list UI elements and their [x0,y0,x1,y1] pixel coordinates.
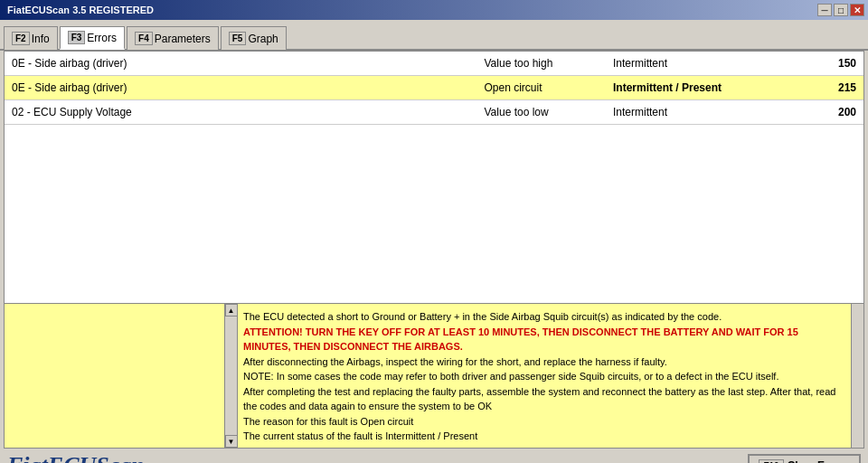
tab-parameters-label: Parameters [155,33,211,45]
error-description: 0E - Side airbag (driver) [5,52,477,76]
tab-f5-key: F5 [229,32,247,45]
window-controls: ─ □ ✕ [817,4,864,16]
right-scrollbar[interactable] [851,304,863,448]
tab-errors[interactable]: F3 Errors [60,26,125,50]
tab-errors-label: Errors [87,32,117,44]
title-bar: FiatECUScan 3.5 REGISTERED ─ □ ✕ [0,0,868,20]
error-list[interactable]: 0E - Side airbag (driver)Value too highI… [4,51,864,304]
error-status: Value too low [477,100,607,125]
clear-errors-button[interactable]: F10 Clear Errors [748,454,861,464]
info-text: The ECU detected a short to Ground or Ba… [238,304,863,448]
error-type: Intermittent [606,100,778,125]
error-status: Open circuit [477,76,607,100]
tab-bar: F2 Info F3 Errors F4 Parameters F5 Graph [0,20,868,51]
tab-graph-label: Graph [248,33,278,45]
error-description: 0E - Side airbag (driver) [5,76,477,100]
error-value: 150 [778,52,863,76]
tab-parameters[interactable]: F4 Parameters [127,26,219,50]
brand-logo: FiatECUScan [7,452,145,463]
tab-info-label: Info [32,33,50,45]
info-line: The ECU detected a short to Ground or Ba… [243,309,845,325]
table-row[interactable]: 0E - Side airbag (driver)Open circuitInt… [5,76,863,100]
left-scrollbar[interactable]: ▲ ▼ [224,304,237,448]
tab-graph[interactable]: F5 Graph [221,26,287,50]
info-line: The current status of the fault is Inter… [243,429,845,444]
clear-errors-label: Clear Errors [788,459,850,463]
info-line: The reason for this fault is Open circui… [243,414,845,430]
info-line: After completing the test and replacing … [243,384,845,414]
close-button[interactable]: ✕ [850,4,864,16]
bottom-area: ▲ ▼ The ECU detected a short to Ground o… [4,304,864,449]
info-panel: The ECU detected a short to Ground or Ba… [238,304,863,448]
restore-button[interactable]: □ [834,4,848,16]
error-description: 02 - ECU Supply Voltage [5,100,477,125]
scroll-up[interactable]: ▲ [225,304,238,317]
clear-key-badge: F10 [759,459,783,464]
error-status: Value too high [477,52,607,76]
left-panel: ▲ ▼ [5,304,238,448]
info-line: The error counter value is 215 [243,444,845,449]
info-line: ATTENTION! TURN THE KEY OFF FOR AT LEAST… [243,325,845,354]
table-row[interactable]: 02 - ECU Supply VoltageValue too lowInte… [5,100,863,125]
error-type: Intermittent / Present [606,76,778,100]
footer: FiatECUScan F10 Clear Errors [0,449,868,463]
minimize-button[interactable]: ─ [817,4,832,16]
error-table: 0E - Side airbag (driver)Value too highI… [5,52,863,125]
info-line: After disconnecting the Airbags, inspect… [243,354,845,370]
scroll-down[interactable]: ▼ [225,435,238,448]
tab-f4-key: F4 [135,32,153,45]
tab-f3-key: F3 [68,31,86,44]
error-value: 200 [778,100,863,125]
error-type: Intermittent [606,52,778,76]
window-title: FiatECUScan 3.5 REGISTERED [4,5,154,15]
table-row[interactable]: 0E - Side airbag (driver)Value too highI… [5,52,863,76]
info-line: NOTE: In some cases the code may refer t… [243,369,845,384]
error-value: 215 [778,76,863,100]
tab-info[interactable]: F2 Info [4,26,58,50]
tab-f2-key: F2 [12,32,30,45]
